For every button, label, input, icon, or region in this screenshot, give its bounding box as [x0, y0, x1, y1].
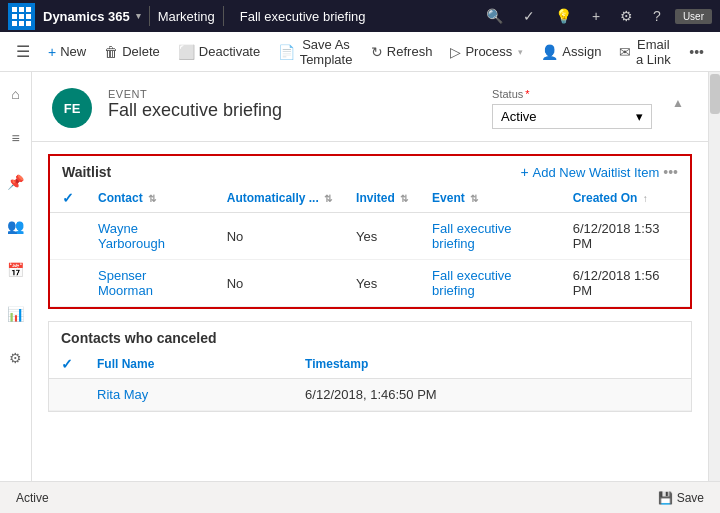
main-layout: ⌂ ≡ 📌 👥 📅 📊 ⚙ FE EVENT Fall executive br… — [0, 72, 720, 481]
scroll-thumb[interactable] — [710, 74, 720, 114]
sidebar-icon-home[interactable]: ⌂ — [5, 80, 25, 108]
col-created-on[interactable]: Created On ↑ — [561, 184, 690, 213]
status-section: Status* Active ▾ — [492, 88, 652, 129]
email-link-icon: ✉ — [619, 44, 631, 60]
new-button[interactable]: + New — [40, 40, 94, 64]
waitlist-header: ✓ Contact ⇅ Automatically ... ⇅ Invited — [50, 184, 690, 213]
task-icon[interactable]: ✓ — [517, 6, 541, 26]
header-check-icon: ✓ — [62, 190, 74, 206]
process-button[interactable]: ▷ Process ▾ — [442, 40, 531, 64]
sidebar-icon-settings[interactable]: ⚙ — [3, 344, 28, 372]
sort-contact-icon: ⇅ — [148, 193, 156, 204]
row-event[interactable]: Fall executive briefing — [420, 260, 561, 307]
waitlist-row: Spenser Moorman No Yes Fall executive br… — [50, 260, 690, 307]
deactivate-icon: ⬜ — [178, 44, 195, 60]
row-contact[interactable]: Spenser Moorman — [86, 260, 215, 307]
col-timestamp[interactable]: Timestamp — [293, 350, 691, 379]
help-icon[interactable]: ? — [647, 6, 667, 26]
add-icon[interactable]: + — [586, 6, 606, 26]
save-icon: 💾 — [658, 491, 673, 505]
top-nav-bar: Dynamics 365 ▾ Marketing Fall executive … — [0, 0, 720, 32]
waffle-menu[interactable] — [8, 3, 35, 30]
row-automatically: No — [215, 260, 344, 307]
waitlist-table: ✓ Contact ⇅ Automatically ... ⇅ Invited — [50, 184, 690, 307]
status-bar-text: Active — [16, 491, 49, 505]
right-scrollbar[interactable] — [708, 72, 720, 481]
sidebar-icon-recent[interactable]: ≡ — [5, 124, 25, 152]
delete-icon: 🗑 — [104, 44, 118, 60]
left-sidebar: ⌂ ≡ 📌 👥 📅 📊 ⚙ — [0, 72, 32, 481]
record-header: FE EVENT Fall executive briefing Status*… — [32, 72, 708, 142]
sidebar-icon-pinned[interactable]: 📌 — [1, 168, 30, 196]
process-caret: ▾ — [518, 47, 523, 57]
row-contact[interactable]: Wayne Yarborough — [86, 213, 215, 260]
sidebar-icon-chart[interactable]: 📊 — [1, 300, 30, 328]
canceled-contacts-subgrid: Contacts who canceled ✓ Full Name Timest… — [48, 321, 692, 412]
command-bar: ☰ + New 🗑 Delete ⬜ Deactivate 📄 Save As … — [0, 32, 720, 72]
record-name: Fall executive briefing — [108, 100, 476, 121]
waitlist-title: Waitlist — [62, 164, 111, 180]
record-type: EVENT — [108, 88, 476, 100]
collapse-icon[interactable]: ▲ — [672, 96, 684, 110]
add-waitlist-button[interactable]: Add New Waitlist Item — [533, 165, 660, 180]
settings-icon[interactable]: ⚙ — [614, 6, 639, 26]
row-created-on: 6/12/2018 1:53 PM — [561, 213, 690, 260]
status-dropdown[interactable]: Active ▾ — [492, 104, 652, 129]
row-created-on: 6/12/2018 1:56 PM — [561, 260, 690, 307]
save-template-button[interactable]: 📄 Save As Template — [270, 33, 361, 71]
row-automatically: No — [215, 213, 344, 260]
col-contact[interactable]: Contact ⇅ — [86, 184, 215, 213]
row-invited: Yes — [344, 213, 420, 260]
nav-divider — [149, 6, 150, 26]
content-area: FE EVENT Fall executive briefing Status*… — [32, 72, 708, 481]
waitlist-header-row: Waitlist + Add New Waitlist Item ••• — [50, 156, 690, 184]
more-button[interactable]: ••• — [681, 40, 712, 64]
deactivate-button[interactable]: ⬜ Deactivate — [170, 40, 268, 64]
delete-button[interactable]: 🗑 Delete — [96, 40, 168, 64]
nav-record-title: Fall executive briefing — [240, 9, 366, 24]
status-value: Active — [501, 109, 536, 124]
row-timestamp: 6/12/2018, 1:46:50 PM — [293, 379, 691, 411]
hamburger-menu[interactable]: ☰ — [8, 38, 38, 65]
waitlist-subgrid: Waitlist + Add New Waitlist Item ••• ✓ C… — [48, 154, 692, 309]
col-event[interactable]: Event ⇅ — [420, 184, 561, 213]
search-icon[interactable]: 🔍 — [480, 6, 509, 26]
row-check[interactable] — [50, 213, 86, 260]
waitlist-check-header[interactable]: ✓ — [50, 184, 86, 213]
required-indicator: * — [525, 88, 529, 100]
canceled-row: Rita May 6/12/2018, 1:46:50 PM — [49, 379, 691, 411]
sort-event-icon: ⇅ — [470, 193, 478, 204]
module-name[interactable]: Marketing — [158, 9, 215, 24]
waitlist-actions: + Add New Waitlist Item ••• — [520, 164, 678, 180]
app-name[interactable]: Dynamics 365 ▾ — [43, 9, 141, 24]
row-check[interactable] — [50, 260, 86, 307]
row-check[interactable] — [49, 379, 85, 411]
canceled-title: Contacts who canceled — [49, 322, 691, 350]
user-avatar[interactable]: User — [675, 9, 712, 24]
save-button[interactable]: 💾 Save — [658, 491, 704, 505]
row-event[interactable]: Fall executive briefing — [420, 213, 561, 260]
sidebar-icon-contacts[interactable]: 👥 — [1, 212, 30, 240]
col-invited[interactable]: Invited ⇅ — [344, 184, 420, 213]
waitlist-more-icon[interactable]: ••• — [663, 164, 678, 180]
email-link-button[interactable]: ✉ Email a Link — [611, 33, 679, 71]
record-avatar: FE — [52, 88, 92, 128]
row-fullname[interactable]: Rita May — [85, 379, 293, 411]
sidebar-icon-calendar[interactable]: 📅 — [1, 256, 30, 284]
canceled-header: ✓ Full Name Timestamp — [49, 350, 691, 379]
row-invited: Yes — [344, 260, 420, 307]
sort-auto-icon: ⇅ — [324, 193, 332, 204]
assign-button[interactable]: 👤 Assign — [533, 40, 609, 64]
bulb-icon[interactable]: 💡 — [549, 6, 578, 26]
refresh-icon: ↻ — [371, 44, 383, 60]
canceled-check-header[interactable]: ✓ — [49, 350, 85, 379]
col-automatically[interactable]: Automatically ... ⇅ — [215, 184, 344, 213]
add-waitlist-icon[interactable]: + — [520, 164, 528, 180]
nav-divider2 — [223, 6, 224, 26]
refresh-button[interactable]: ↻ Refresh — [363, 40, 441, 64]
waitlist-row: Wayne Yarborough No Yes Fall executive b… — [50, 213, 690, 260]
col-fullname[interactable]: Full Name — [85, 350, 293, 379]
status-bar: Active 💾 Save — [0, 481, 720, 513]
new-icon: + — [48, 44, 56, 60]
process-icon: ▷ — [450, 44, 461, 60]
